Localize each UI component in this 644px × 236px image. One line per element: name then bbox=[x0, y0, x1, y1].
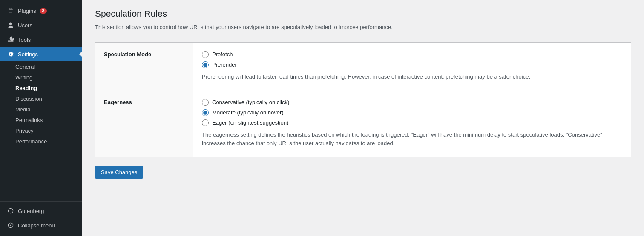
prerender-option[interactable]: Prerender bbox=[202, 61, 622, 68]
speculation-mode-options: Prefetch Prerender Prerendering will lea… bbox=[193, 43, 631, 90]
speculation-mode-desc: Prerendering will lead to faster load ti… bbox=[202, 73, 622, 82]
sidebar-sub-item-reading[interactable]: Reading bbox=[0, 83, 82, 93]
eagerness-row: Eagerness Conservative (typically on cli… bbox=[95, 90, 631, 157]
eagerness-label: Eagerness bbox=[95, 90, 193, 157]
plugins-badge: 8 bbox=[40, 8, 47, 14]
page-description: This section allows you to control how U… bbox=[95, 23, 631, 32]
users-icon bbox=[7, 21, 14, 29]
prerender-radio[interactable] bbox=[202, 61, 209, 68]
conservative-radio[interactable] bbox=[202, 99, 209, 106]
save-changes-button[interactable]: Save Changes bbox=[95, 166, 143, 179]
sidebar-item-gutenberg-label: Gutenberg bbox=[18, 208, 44, 214]
moderate-label: Moderate (typically on hover) bbox=[212, 109, 284, 116]
sidebar-item-tools-label: Tools bbox=[18, 37, 31, 43]
plugin-icon bbox=[7, 7, 14, 15]
speculation-mode-label: Speculation Mode bbox=[95, 43, 193, 90]
settings-arrow bbox=[79, 51, 83, 58]
eagerness-desc: The eagerness setting defines the heuris… bbox=[202, 131, 622, 149]
prerender-label: Prerender bbox=[212, 61, 237, 68]
main-content: Speculation Rules This section allows yo… bbox=[82, 0, 644, 236]
eagerness-options: Conservative (typically on click) Modera… bbox=[193, 90, 631, 157]
sidebar-sub-item-writing[interactable]: Writing bbox=[0, 72, 82, 83]
page-header: Speculation Rules This section allows yo… bbox=[95, 9, 631, 32]
prefetch-option[interactable]: Prefetch bbox=[202, 51, 622, 58]
sidebar-item-users-label: Users bbox=[18, 22, 32, 29]
speculation-mode-row: Speculation Mode Prefetch Prerender Prer… bbox=[95, 42, 631, 90]
svg-point-0 bbox=[8, 208, 13, 213]
eager-option[interactable]: Eager (on slightest suggestion) bbox=[202, 119, 622, 126]
moderate-radio[interactable] bbox=[202, 109, 209, 116]
conservative-label: Conservative (typically on click) bbox=[212, 99, 289, 105]
eager-radio[interactable] bbox=[202, 119, 209, 126]
prefetch-label: Prefetch bbox=[212, 51, 233, 58]
sidebar-sub-item-discussion[interactable]: Discussion bbox=[0, 93, 82, 104]
sidebar-item-plugins-label: Plugins bbox=[18, 8, 36, 14]
sidebar-sub-item-performance[interactable]: Performance bbox=[0, 136, 82, 147]
sidebar-sub-item-permalinks[interactable]: Permalinks bbox=[0, 115, 82, 125]
sidebar-sub-item-privacy[interactable]: Privacy bbox=[0, 125, 82, 136]
sidebar-item-settings-label: Settings bbox=[18, 51, 38, 58]
sidebar-item-gutenberg[interactable]: Gutenberg bbox=[0, 204, 82, 218]
page-title: Speculation Rules bbox=[95, 9, 631, 19]
sidebar: Plugins 8 Users Tools Settings General W… bbox=[0, 0, 82, 236]
gutenberg-icon bbox=[7, 207, 14, 215]
sidebar-item-collapse-label: Collapse menu bbox=[18, 222, 55, 229]
sidebar-sub-item-general[interactable]: General bbox=[0, 61, 82, 72]
sidebar-item-tools[interactable]: Tools bbox=[0, 32, 82, 47]
sidebar-item-users[interactable]: Users bbox=[0, 18, 82, 32]
tools-icon bbox=[7, 36, 14, 44]
collapse-icon bbox=[7, 221, 14, 229]
moderate-option[interactable]: Moderate (typically on hover) bbox=[202, 109, 622, 116]
conservative-option[interactable]: Conservative (typically on click) bbox=[202, 99, 622, 106]
prefetch-radio[interactable] bbox=[202, 51, 209, 58]
sidebar-item-collapse[interactable]: Collapse menu bbox=[0, 218, 82, 233]
settings-icon bbox=[7, 50, 14, 58]
sidebar-item-settings[interactable]: Settings bbox=[0, 47, 82, 61]
sidebar-item-plugins[interactable]: Plugins 8 bbox=[0, 3, 82, 18]
eager-label: Eager (on slightest suggestion) bbox=[212, 119, 288, 126]
sidebar-sub-item-media[interactable]: Media bbox=[0, 104, 82, 115]
